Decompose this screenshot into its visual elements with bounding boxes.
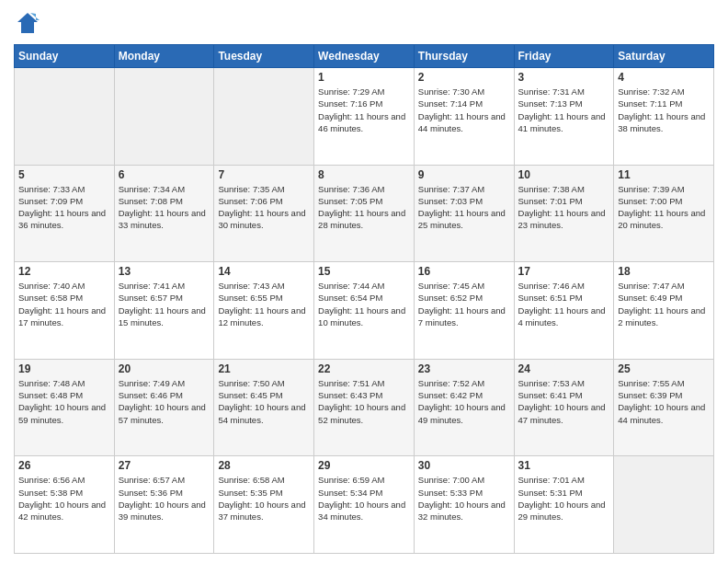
weekday-header-thursday: Thursday <box>414 45 514 68</box>
day-number: 31 <box>518 459 610 472</box>
day-number: 8 <box>318 168 410 181</box>
day-number: 26 <box>18 459 110 472</box>
calendar-cell: 23Sunrise: 7:52 AMSunset: 6:42 PMDayligh… <box>414 359 514 456</box>
day-number: 28 <box>218 459 310 472</box>
weekday-header-friday: Friday <box>514 45 614 68</box>
weekday-header-sunday: Sunday <box>15 45 115 68</box>
calendar-cell: 17Sunrise: 7:46 AMSunset: 6:51 PMDayligh… <box>514 262 614 360</box>
day-number: 23 <box>418 362 510 375</box>
cell-info: Sunrise: 7:53 AMSunset: 6:41 PMDaylight:… <box>518 378 606 425</box>
day-number: 12 <box>18 265 110 278</box>
calendar-cell: 27Sunrise: 6:57 AMSunset: 5:36 PMDayligh… <box>114 456 214 554</box>
cell-info: Sunrise: 7:01 AMSunset: 5:31 PMDaylight:… <box>518 475 606 522</box>
week-row-2: 5Sunrise: 7:33 AMSunset: 7:09 PMDaylight… <box>15 165 714 262</box>
calendar-cell: 14Sunrise: 7:43 AMSunset: 6:55 PMDayligh… <box>214 262 314 360</box>
page: SundayMondayTuesdayWednesdayThursdayFrid… <box>0 0 728 563</box>
calendar-cell: 31Sunrise: 7:01 AMSunset: 5:31 PMDayligh… <box>514 456 614 554</box>
day-number: 20 <box>119 362 210 375</box>
cell-info: Sunrise: 7:34 AMSunset: 7:08 PMDaylight:… <box>119 184 206 231</box>
calendar-cell <box>214 68 314 166</box>
cell-info: Sunrise: 7:32 AMSunset: 7:11 PMDaylight:… <box>618 86 705 133</box>
cell-info: Sunrise: 7:44 AMSunset: 6:54 PMDaylight:… <box>318 281 405 327</box>
calendar-cell: 15Sunrise: 7:44 AMSunset: 6:54 PMDayligh… <box>314 262 415 360</box>
cell-info: Sunrise: 7:48 AMSunset: 6:48 PMDaylight:… <box>18 378 106 425</box>
day-number: 15 <box>318 265 410 278</box>
weekday-header-saturday: Saturday <box>614 45 714 68</box>
calendar-cell: 3Sunrise: 7:31 AMSunset: 7:13 PMDaylight… <box>514 68 614 166</box>
calendar-cell <box>15 68 115 166</box>
calendar-cell: 30Sunrise: 7:00 AMSunset: 5:33 PMDayligh… <box>414 456 514 554</box>
cell-info: Sunrise: 7:37 AMSunset: 7:03 PMDaylight:… <box>418 184 506 231</box>
logo <box>14 9 45 37</box>
week-row-4: 19Sunrise: 7:48 AMSunset: 6:48 PMDayligh… <box>15 359 714 456</box>
calendar-cell: 21Sunrise: 7:50 AMSunset: 6:45 PMDayligh… <box>214 359 314 456</box>
cell-info: Sunrise: 7:39 AMSunset: 7:00 PMDaylight:… <box>618 184 705 231</box>
cell-info: Sunrise: 7:31 AMSunset: 7:13 PMDaylight:… <box>518 86 606 133</box>
header <box>14 9 714 37</box>
day-number: 10 <box>518 168 610 181</box>
cell-info: Sunrise: 7:50 AMSunset: 6:45 PMDaylight:… <box>218 378 305 425</box>
calendar-cell: 26Sunrise: 6:56 AMSunset: 5:38 PMDayligh… <box>15 456 115 554</box>
calendar-cell: 22Sunrise: 7:51 AMSunset: 6:43 PMDayligh… <box>314 359 415 456</box>
cell-info: Sunrise: 7:49 AMSunset: 6:46 PMDaylight:… <box>119 378 206 425</box>
day-number: 29 <box>318 459 410 472</box>
day-number: 5 <box>18 168 110 181</box>
calendar-cell: 4Sunrise: 7:32 AMSunset: 7:11 PMDaylight… <box>614 68 714 166</box>
day-number: 27 <box>119 459 210 472</box>
day-number: 2 <box>418 71 510 84</box>
weekday-header-wednesday: Wednesday <box>314 45 415 68</box>
day-number: 11 <box>618 168 710 181</box>
calendar-cell: 13Sunrise: 7:41 AMSunset: 6:57 PMDayligh… <box>114 262 214 360</box>
calendar-cell: 12Sunrise: 7:40 AMSunset: 6:58 PMDayligh… <box>15 262 115 360</box>
day-number: 1 <box>318 71 410 84</box>
cell-info: Sunrise: 7:38 AMSunset: 7:01 PMDaylight:… <box>518 184 606 231</box>
calendar-cell: 7Sunrise: 7:35 AMSunset: 7:06 PMDaylight… <box>214 165 314 262</box>
cell-info: Sunrise: 7:45 AMSunset: 6:52 PMDaylight:… <box>418 281 506 327</box>
calendar-cell: 8Sunrise: 7:36 AMSunset: 7:05 PMDaylight… <box>314 165 415 262</box>
cell-info: Sunrise: 7:47 AMSunset: 6:49 PMDaylight:… <box>618 281 705 327</box>
calendar-cell: 16Sunrise: 7:45 AMSunset: 6:52 PMDayligh… <box>414 262 514 360</box>
calendar-cell: 25Sunrise: 7:55 AMSunset: 6:39 PMDayligh… <box>614 359 714 456</box>
day-number: 13 <box>119 265 210 278</box>
calendar-cell: 18Sunrise: 7:47 AMSunset: 6:49 PMDayligh… <box>614 262 714 360</box>
weekday-header-monday: Monday <box>114 45 214 68</box>
calendar-table: SundayMondayTuesdayWednesdayThursdayFrid… <box>14 44 714 554</box>
cell-info: Sunrise: 7:55 AMSunset: 6:39 PMDaylight:… <box>618 378 705 425</box>
calendar-cell: 2Sunrise: 7:30 AMSunset: 7:14 PMDaylight… <box>414 68 514 166</box>
day-number: 3 <box>518 71 610 84</box>
cell-info: Sunrise: 7:46 AMSunset: 6:51 PMDaylight:… <box>518 281 606 327</box>
cell-info: Sunrise: 7:43 AMSunset: 6:55 PMDaylight:… <box>218 281 305 327</box>
calendar-cell: 24Sunrise: 7:53 AMSunset: 6:41 PMDayligh… <box>514 359 614 456</box>
week-row-3: 12Sunrise: 7:40 AMSunset: 6:58 PMDayligh… <box>15 262 714 360</box>
cell-info: Sunrise: 7:29 AMSunset: 7:16 PMDaylight:… <box>318 86 405 133</box>
cell-info: Sunrise: 6:58 AMSunset: 5:35 PMDaylight:… <box>218 475 305 522</box>
calendar-cell: 11Sunrise: 7:39 AMSunset: 7:00 PMDayligh… <box>614 165 714 262</box>
day-number: 9 <box>418 168 510 181</box>
cell-info: Sunrise: 7:00 AMSunset: 5:33 PMDaylight:… <box>418 475 506 522</box>
cell-info: Sunrise: 7:52 AMSunset: 6:42 PMDaylight:… <box>418 378 506 425</box>
weekday-header-tuesday: Tuesday <box>214 45 314 68</box>
calendar-cell: 20Sunrise: 7:49 AMSunset: 6:46 PMDayligh… <box>114 359 214 456</box>
cell-info: Sunrise: 7:41 AMSunset: 6:57 PMDaylight:… <box>119 281 206 327</box>
day-number: 17 <box>518 265 610 278</box>
calendar-cell: 9Sunrise: 7:37 AMSunset: 7:03 PMDaylight… <box>414 165 514 262</box>
cell-info: Sunrise: 7:33 AMSunset: 7:09 PMDaylight:… <box>18 184 106 231</box>
calendar-cell: 19Sunrise: 7:48 AMSunset: 6:48 PMDayligh… <box>15 359 115 456</box>
cell-info: Sunrise: 6:57 AMSunset: 5:36 PMDaylight:… <box>119 475 206 522</box>
cell-info: Sunrise: 7:40 AMSunset: 6:58 PMDaylight:… <box>18 281 106 327</box>
cell-info: Sunrise: 6:59 AMSunset: 5:34 PMDaylight:… <box>318 475 405 522</box>
calendar-cell: 10Sunrise: 7:38 AMSunset: 7:01 PMDayligh… <box>514 165 614 262</box>
week-row-5: 26Sunrise: 6:56 AMSunset: 5:38 PMDayligh… <box>15 456 714 554</box>
day-number: 19 <box>18 362 110 375</box>
calendar-cell: 28Sunrise: 6:58 AMSunset: 5:35 PMDayligh… <box>214 456 314 554</box>
day-number: 7 <box>218 168 310 181</box>
day-number: 22 <box>318 362 410 375</box>
logo-icon <box>14 9 41 37</box>
calendar-cell: 29Sunrise: 6:59 AMSunset: 5:34 PMDayligh… <box>314 456 415 554</box>
calendar-cell: 6Sunrise: 7:34 AMSunset: 7:08 PMDaylight… <box>114 165 214 262</box>
week-row-1: 1Sunrise: 7:29 AMSunset: 7:16 PMDaylight… <box>15 68 714 166</box>
cell-info: Sunrise: 6:56 AMSunset: 5:38 PMDaylight:… <box>18 475 106 522</box>
day-number: 30 <box>418 459 510 472</box>
day-number: 18 <box>618 265 710 278</box>
day-number: 4 <box>618 71 710 84</box>
